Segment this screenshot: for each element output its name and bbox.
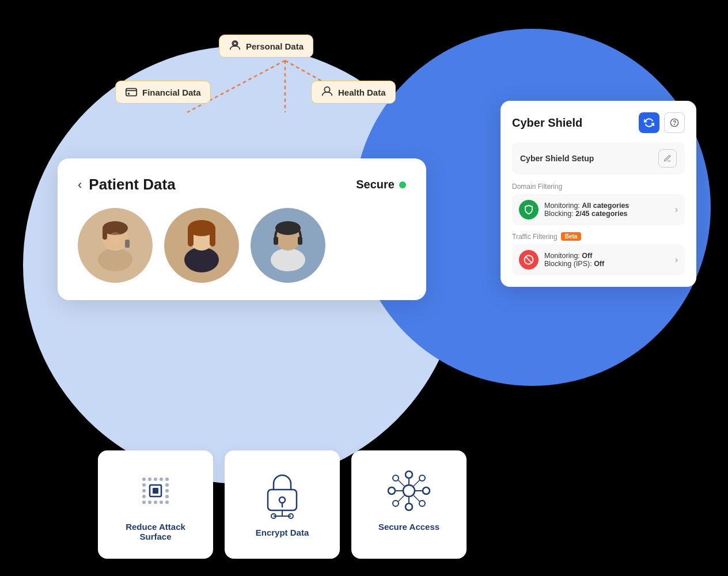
traffic-filter-text: Monitoring: Off Blocking (IPS): Off	[544, 252, 669, 268]
svg-point-43	[154, 501, 157, 504]
svg-point-59	[405, 503, 412, 510]
patient-card: ‹ Patient Data Secure	[58, 158, 426, 300]
svg-point-39	[142, 495, 146, 498]
svg-rect-24	[274, 237, 278, 245]
personal-data-label: Personal Data	[246, 41, 304, 51]
reduce-attack-label: Reduce Attack Surface	[109, 522, 202, 541]
reduce-attack-icon	[132, 468, 179, 514]
cyber-shield-icon-group	[639, 112, 685, 133]
patient-card-title: ‹ Patient Data	[78, 176, 176, 194]
svg-point-31	[148, 478, 151, 481]
svg-point-13	[109, 232, 121, 244]
health-data-card: Health Data	[311, 81, 396, 104]
svg-rect-12	[125, 240, 130, 248]
financial-data-label: Financial Data	[142, 88, 201, 97]
patient-title: Patient Data	[89, 176, 175, 194]
svg-point-57	[423, 487, 430, 494]
avatar-2	[164, 208, 239, 283]
svg-point-32	[154, 478, 157, 481]
svg-point-3	[233, 42, 237, 46]
cyber-shield-panel: Cyber Shield Cyber Shiel	[500, 101, 696, 287]
traffic-filter-chevron: ›	[675, 255, 678, 265]
traffic-filtering-section: Traffic Filtering Beta Monitoring: Off B…	[512, 232, 685, 275]
domain-filtering-section: Domain Filtering Monitoring: All categor…	[512, 183, 685, 225]
avatar-1	[78, 208, 153, 283]
svg-point-38	[165, 489, 169, 492]
financial-data-card: Financial Data	[115, 81, 211, 104]
svg-point-40	[165, 495, 169, 498]
health-data-icon	[321, 86, 333, 98]
svg-point-7	[98, 248, 132, 271]
svg-point-41	[142, 501, 146, 504]
personal-data-icon	[229, 40, 241, 52]
financial-data-icon	[125, 86, 138, 98]
traffic-blocking-line: Blocking (IPS): Off	[544, 260, 669, 268]
bottom-feature-cards: Reduce Attack Surface Encrypt Data	[98, 450, 467, 559]
scene: Personal Data Financial Data Health Data…	[0, 0, 728, 576]
health-data-label: Health Data	[338, 88, 386, 97]
svg-point-15	[184, 247, 219, 272]
svg-point-45	[165, 501, 169, 504]
svg-point-55	[403, 485, 415, 497]
domain-blocking-line: Blocking: 2/45 categories	[544, 210, 669, 218]
encrypt-data-icon	[259, 468, 305, 520]
svg-point-58	[405, 471, 412, 478]
domain-filter-icon	[519, 200, 539, 219]
svg-line-71	[414, 495, 420, 502]
svg-line-68	[398, 480, 404, 486]
domain-monitoring-line: Monitoring: All categories	[544, 202, 669, 210]
svg-point-56	[388, 487, 395, 494]
traffic-filtering-label: Traffic Filtering	[512, 233, 558, 241]
svg-rect-4	[126, 89, 136, 96]
svg-point-33	[160, 478, 163, 481]
svg-point-30	[142, 478, 146, 481]
patient-avatars	[78, 208, 406, 283]
svg-point-5	[128, 93, 130, 94]
svg-point-21	[271, 248, 305, 271]
beta-badge: Beta	[561, 232, 582, 241]
svg-line-70	[398, 495, 404, 502]
svg-line-29	[526, 257, 532, 263]
encrypt-data-card: Encrypt Data	[225, 450, 340, 559]
svg-point-34	[165, 478, 169, 481]
svg-point-35	[142, 483, 146, 487]
edit-setup-button[interactable]	[658, 149, 677, 168]
cyber-shield-setup-label: Cyber Shield Setup	[520, 154, 594, 163]
patient-card-header: ‹ Patient Data Secure	[78, 176, 406, 194]
cyber-shield-title: Cyber Shield	[512, 116, 582, 130]
encrypt-data-label: Encrypt Data	[256, 528, 309, 537]
traffic-filter-row[interactable]: Monitoring: Off Blocking (IPS): Off ›	[512, 244, 685, 275]
domain-filter-row[interactable]: Monitoring: All categories Blocking: 2/4…	[512, 194, 685, 225]
svg-rect-18	[188, 226, 194, 247]
secure-access-icon	[383, 468, 435, 514]
secure-access-card: Secure Access	[351, 450, 467, 559]
secure-dot	[399, 181, 406, 188]
reduce-attack-card: Reduce Attack Surface	[98, 450, 213, 559]
cyber-shield-setup: Cyber Shield Setup	[512, 142, 685, 175]
secure-access-label: Secure Access	[378, 522, 439, 532]
svg-rect-11	[103, 228, 107, 240]
back-arrow-icon[interactable]: ‹	[78, 177, 82, 192]
domain-filtering-label: Domain Filtering	[512, 183, 685, 191]
secure-label: Secure	[356, 178, 395, 191]
svg-line-69	[414, 480, 420, 486]
svg-rect-47	[153, 488, 158, 494]
svg-rect-19	[210, 226, 215, 247]
svg-point-49	[279, 497, 285, 503]
personal-data-card: Personal Data	[219, 35, 313, 58]
traffic-monitoring-line: Monitoring: Off	[544, 252, 669, 260]
cyber-shield-header: Cyber Shield	[512, 112, 685, 133]
avatar-3	[251, 208, 325, 283]
svg-point-37	[142, 489, 146, 492]
domain-filter-text: Monitoring: All categories Blocking: 2/4…	[544, 202, 669, 218]
refresh-button[interactable]	[639, 112, 659, 133]
domain-filter-chevron: ›	[675, 204, 678, 215]
help-button[interactable]	[664, 112, 685, 133]
svg-point-63	[419, 501, 425, 506]
svg-point-36	[165, 483, 169, 487]
svg-point-61	[419, 475, 425, 481]
svg-rect-25	[298, 237, 302, 245]
svg-point-44	[160, 501, 163, 504]
secure-badge: Secure	[356, 178, 406, 191]
svg-point-42	[148, 501, 151, 504]
